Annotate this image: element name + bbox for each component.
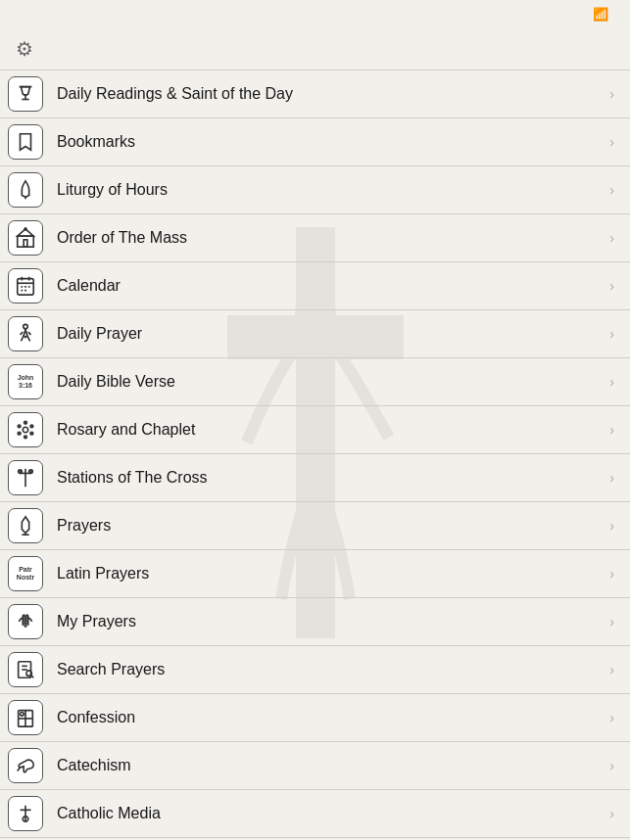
chevron-icon: › xyxy=(609,86,614,102)
menu-item-rosary-chaplet[interactable]: Rosary and Chaplet › xyxy=(0,406,630,454)
chevron-icon: › xyxy=(609,662,614,677)
chevron-icon: › xyxy=(609,182,614,198)
menu-item-stations-cross[interactable]: Stations of The Cross › xyxy=(0,454,630,502)
chevron-icon: › xyxy=(609,470,614,486)
menu-item-label: Confession xyxy=(57,709,609,726)
svg-point-21 xyxy=(23,427,28,433)
menu-item-calendar[interactable]: Calendar › xyxy=(0,262,630,310)
menu-item-label: Latin Prayers xyxy=(57,565,609,583)
stations-icon xyxy=(8,460,43,495)
open-hands-icon xyxy=(8,604,43,639)
menu-item-label: Bookmarks xyxy=(57,133,609,151)
menu-item-label: Prayers xyxy=(57,517,609,535)
calendar-icon xyxy=(8,268,43,303)
menu-item-label: My Prayers xyxy=(57,613,609,630)
app-header: ⚙ xyxy=(0,27,630,70)
menu-item-label: Daily Prayer xyxy=(57,325,609,343)
menu-item-label: Catechism xyxy=(57,757,609,774)
menu-item-daily-bible-verse[interactable]: John3:16 Daily Bible Verse › xyxy=(0,358,630,406)
menu-item-confession[interactable]: Confession › xyxy=(0,694,630,742)
svg-point-24 xyxy=(30,432,33,435)
menu-item-label: Search Prayers xyxy=(57,661,609,678)
svg-point-31 xyxy=(29,470,33,474)
menu-item-label: Rosary and Chaplet xyxy=(57,421,609,439)
svg-point-25 xyxy=(24,436,27,439)
svg-point-23 xyxy=(30,425,33,428)
dove-icon xyxy=(8,748,43,783)
hands-pray-icon xyxy=(8,172,43,208)
menu-item-label: Order of The Mass xyxy=(57,229,609,247)
chevron-icon: › xyxy=(609,710,614,725)
chevron-icon: › xyxy=(609,326,614,342)
svg-rect-8 xyxy=(24,240,27,247)
menu-item-label: Liturgy of Hours xyxy=(57,181,609,199)
menu-item-catholic-media[interactable]: Catholic Media › xyxy=(0,790,630,838)
menu-item-label: Calendar xyxy=(57,277,609,295)
pater-noster-icon: PatrNostr xyxy=(8,556,43,591)
menu-item-prayers[interactable]: Prayers › xyxy=(0,502,630,550)
menu-item-order-mass[interactable]: Order of The Mass › xyxy=(0,214,630,262)
church-icon xyxy=(8,220,43,256)
cross-media-icon xyxy=(8,796,43,831)
person-pray-icon xyxy=(8,316,43,351)
menu-item-liturgy-hours[interactable]: Liturgy of Hours › xyxy=(0,166,630,214)
search-book-icon xyxy=(8,652,43,687)
menu-item-daily-prayer[interactable]: Daily Prayer › xyxy=(0,310,630,358)
menu-item-latin-prayers[interactable]: PatrNostr Latin Prayers › xyxy=(0,550,630,598)
svg-point-42 xyxy=(21,713,24,717)
menu-item-label: Catholic Media xyxy=(57,805,609,822)
svg-rect-7 xyxy=(18,236,34,247)
svg-point-26 xyxy=(18,432,21,435)
chevron-icon: › xyxy=(609,374,614,390)
chevron-icon: › xyxy=(609,518,614,534)
chevron-icon: › xyxy=(609,278,614,294)
menu-item-label: Daily Bible Verse xyxy=(57,373,609,391)
wifi-icon: 📶 xyxy=(593,7,608,22)
svg-line-38 xyxy=(31,676,33,677)
bookmark-icon xyxy=(8,124,43,160)
pray-hands-icon xyxy=(8,508,43,543)
chevron-icon: › xyxy=(609,134,614,150)
settings-gear-icon[interactable]: ⚙ xyxy=(16,37,33,61)
chevron-icon: › xyxy=(609,566,614,582)
rosary-icon xyxy=(8,412,43,447)
svg-point-27 xyxy=(18,425,21,428)
chevron-icon: › xyxy=(609,758,614,773)
menu-item-search-prayers[interactable]: Search Prayers › xyxy=(0,646,630,694)
menu-item-daily-readings[interactable]: Daily Readings & Saint of the Day › xyxy=(0,70,630,118)
status-indicators: 📶 xyxy=(593,7,614,22)
menu-item-label: Stations of The Cross xyxy=(57,469,609,487)
chalice-icon xyxy=(8,76,43,112)
chevron-icon: › xyxy=(609,614,614,630)
svg-point-22 xyxy=(24,421,27,424)
confession-icon xyxy=(8,700,43,735)
chevron-icon: › xyxy=(609,230,614,246)
chevron-icon: › xyxy=(609,806,614,821)
menu-item-my-prayers[interactable]: My Prayers › xyxy=(0,598,630,646)
menu-item-label: Daily Readings & Saint of the Day xyxy=(57,85,609,103)
svg-line-43 xyxy=(18,768,21,771)
john316-icon: John3:16 xyxy=(8,364,43,399)
chevron-icon: › xyxy=(609,422,614,438)
svg-point-30 xyxy=(19,470,23,474)
status-bar: 📶 xyxy=(0,0,630,27)
menu-item-bookmarks[interactable]: Bookmarks › xyxy=(0,118,630,166)
menu-item-catechism[interactable]: Catechism › xyxy=(0,742,630,790)
menu-list: Daily Readings & Saint of the Day › Book… xyxy=(0,70,630,840)
